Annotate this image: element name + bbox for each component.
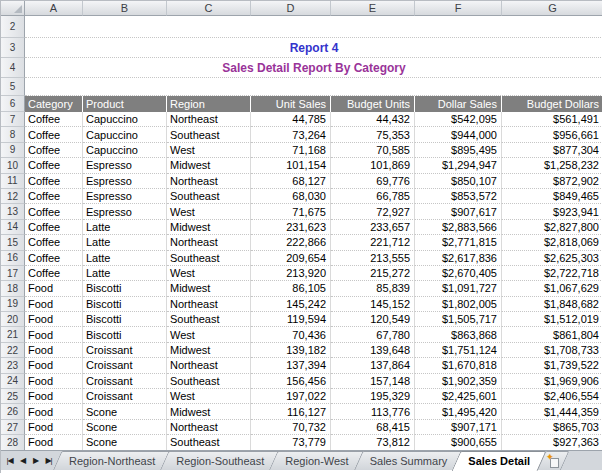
cell-C13[interactable]: West (167, 204, 251, 219)
cell-G23[interactable]: $1,739,522 (502, 358, 602, 373)
row-header-26[interactable]: 26 (1, 404, 25, 419)
cell-G8[interactable]: $956,661 (502, 127, 602, 142)
table-header-budget-units[interactable]: Budget Units (331, 96, 415, 112)
tab-nav-last-button[interactable]: ▶| (42, 453, 55, 469)
cell-A10[interactable]: Coffee (25, 158, 83, 173)
cell-A18[interactable]: Food (25, 281, 83, 296)
cell-B24[interactable]: Croissant (83, 374, 167, 389)
cell-D27[interactable]: 70,732 (251, 420, 331, 435)
cell-C16[interactable]: Southeast (167, 251, 251, 266)
cell-C26[interactable]: Midwest (167, 404, 251, 419)
cell-B11[interactable]: Espresso (83, 174, 167, 189)
cell-C28[interactable]: Southeast (167, 435, 251, 450)
row-header-7[interactable]: 7 (1, 112, 25, 127)
cell-E19[interactable]: 145,152 (331, 297, 415, 312)
cell-A23[interactable]: Food (25, 358, 83, 373)
cell-C17[interactable]: West (167, 266, 251, 281)
cell-D10[interactable]: 101,154 (251, 158, 331, 173)
cell-A12[interactable]: Coffee (25, 189, 83, 204)
cell-F17[interactable]: $2,670,405 (415, 266, 502, 281)
row-header-19[interactable]: 19 (1, 297, 25, 312)
cell-B27[interactable]: Scone (83, 420, 167, 435)
cell-A11[interactable]: Coffee (25, 174, 83, 189)
cell-G19[interactable]: $1,848,682 (502, 297, 602, 312)
cell-C10[interactable]: Midwest (167, 158, 251, 173)
cell-A24[interactable]: Food (25, 374, 83, 389)
cell-C8[interactable]: Southeast (167, 127, 251, 142)
row-header-4[interactable]: 4 (1, 58, 25, 78)
cell-B9[interactable]: Capuccino (83, 143, 167, 158)
row-header-11[interactable]: 11 (1, 174, 25, 189)
cell-C27[interactable]: Northeast (167, 420, 251, 435)
row-header-28[interactable]: 28 (1, 435, 25, 450)
cell-E8[interactable]: 75,353 (331, 127, 415, 142)
table-header-category[interactable]: Category (25, 96, 83, 112)
cell-G7[interactable]: $561,491 (502, 112, 602, 127)
title-cell[interactable]: Report 4 (25, 38, 602, 58)
cell-F11[interactable]: $850,107 (415, 174, 502, 189)
cell-F16[interactable]: $2,617,836 (415, 251, 502, 266)
cell-A7[interactable]: Coffee (25, 112, 83, 127)
cell-A28[interactable]: Food (25, 435, 83, 450)
cell-F13[interactable]: $907,617 (415, 204, 502, 219)
cell-C11[interactable]: Northeast (167, 174, 251, 189)
cell-E28[interactable]: 73,812 (331, 435, 415, 450)
cell-D28[interactable]: 73,779 (251, 435, 331, 450)
cell-B7[interactable]: Capuccino (83, 112, 167, 127)
cell-A15[interactable]: Coffee (25, 235, 83, 250)
cell-B22[interactable]: Croissant (83, 343, 167, 358)
cell-A27[interactable]: Food (25, 420, 83, 435)
cell-C23[interactable]: Northeast (167, 358, 251, 373)
cell-D14[interactable]: 231,623 (251, 220, 331, 235)
cell-D18[interactable]: 86,105 (251, 281, 331, 296)
cell-A22[interactable]: Food (25, 343, 83, 358)
sheet-tab-region-west[interactable]: Region-West (271, 451, 362, 471)
cell-D8[interactable]: 73,264 (251, 127, 331, 142)
cell-E10[interactable]: 101,869 (331, 158, 415, 173)
table-header-product[interactable]: Product (83, 96, 167, 112)
table-header-unit-sales[interactable]: Unit Sales (251, 96, 331, 112)
row-header-18[interactable]: 18 (1, 281, 25, 296)
cell-E27[interactable]: 68,415 (331, 420, 415, 435)
row-header-25[interactable]: 25 (1, 389, 25, 404)
cell-F22[interactable]: $1,751,124 (415, 343, 502, 358)
cell-D20[interactable]: 119,594 (251, 312, 331, 327)
cell-C24[interactable]: Southeast (167, 374, 251, 389)
row-header-2[interactable]: 2 (1, 16, 25, 38)
cell-E12[interactable]: 66,785 (331, 189, 415, 204)
cell-E13[interactable]: 72,927 (331, 204, 415, 219)
cell-A17[interactable]: Coffee (25, 266, 83, 281)
cell-D7[interactable]: 44,785 (251, 112, 331, 127)
cell-G18[interactable]: $1,067,629 (502, 281, 602, 296)
cell-C21[interactable]: West (167, 327, 251, 342)
row-header-13[interactable]: 13 (1, 204, 25, 219)
cell-B14[interactable]: Latte (83, 220, 167, 235)
cell-A19[interactable]: Food (25, 297, 83, 312)
cell-G16[interactable]: $2,625,303 (502, 251, 602, 266)
cell-D25[interactable]: 197,022 (251, 389, 331, 404)
cell-E25[interactable]: 195,329 (331, 389, 415, 404)
cell-E23[interactable]: 137,864 (331, 358, 415, 373)
cell-F18[interactable]: $1,091,727 (415, 281, 502, 296)
cell-D24[interactable]: 156,456 (251, 374, 331, 389)
row-header-6[interactable]: 6 (1, 96, 25, 112)
cell-D19[interactable]: 145,242 (251, 297, 331, 312)
tab-nav-previous-button[interactable]: ◀ (16, 453, 29, 469)
cell-G24[interactable]: $1,969,906 (502, 374, 602, 389)
cell-D22[interactable]: 139,182 (251, 343, 331, 358)
cell-E14[interactable]: 233,657 (331, 220, 415, 235)
cell-F20[interactable]: $1,505,717 (415, 312, 502, 327)
cell-E7[interactable]: 44,432 (331, 112, 415, 127)
cell-B26[interactable]: Scone (83, 404, 167, 419)
cell-F21[interactable]: $863,868 (415, 327, 502, 342)
subtitle-cell[interactable]: Sales Detail Report By Category (25, 58, 602, 78)
cell-C9[interactable]: West (167, 143, 251, 158)
cell-F12[interactable]: $853,572 (415, 189, 502, 204)
column-header-B[interactable]: B (83, 1, 167, 16)
row-header-23[interactable]: 23 (1, 358, 25, 373)
column-header-A[interactable]: A (25, 1, 83, 16)
column-header-C[interactable]: C (167, 1, 251, 16)
cell-G28[interactable]: $927,363 (502, 435, 602, 450)
cell-B12[interactable]: Espresso (83, 189, 167, 204)
cell-E24[interactable]: 157,148 (331, 374, 415, 389)
